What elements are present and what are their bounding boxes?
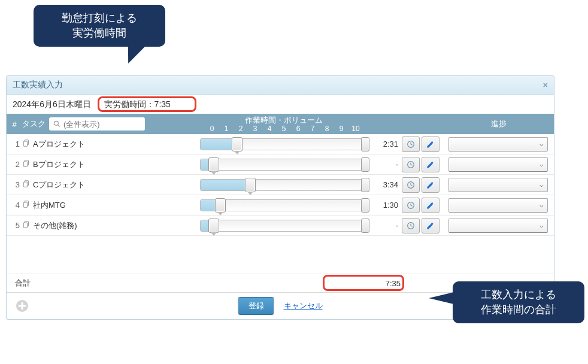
svg-rect-21: [23, 202, 27, 207]
task-row: 4社内MTG1:30⌵: [7, 195, 554, 216]
task-row: 5その他(雑務)-⌵: [7, 216, 554, 236]
progress-select[interactable]: ⌵: [448, 178, 548, 192]
volume-slider[interactable]: [200, 220, 368, 232]
header-task: タスク: [22, 114, 193, 134]
callout-text: 工数入力による 作業時間の合計: [481, 289, 556, 316]
grid-header: # タスク 作業時間・ボリューム 0 1 2 3 4 5 6 7 8 9 10: [7, 114, 554, 134]
copy-icon[interactable]: [22, 159, 31, 169]
clock-button[interactable]: [402, 198, 420, 213]
header-tick-row: 0 1 2 3 4 5 6 7 8 9 10: [205, 125, 363, 133]
tick: 9: [334, 125, 348, 133]
progress-cell: ⌵: [444, 157, 553, 172]
task-name: その他(雑務): [33, 220, 77, 231]
plus-circle-icon: [15, 299, 29, 313]
volume-slider[interactable]: [200, 138, 368, 150]
annotation-callout-right: 工数入力による 作業時間の合計: [453, 281, 584, 323]
task-name: Bプロジェクト: [33, 159, 85, 170]
slider-endcap-icon: [361, 178, 369, 192]
task-cell: Cプロジェクト: [22, 180, 193, 190]
slider-handle-icon[interactable]: [215, 198, 226, 213]
copy-icon[interactable]: [22, 139, 31, 149]
clock-icon: [406, 160, 416, 169]
progress-select[interactable]: ⌵: [448, 157, 548, 172]
clock-icon: [406, 221, 416, 230]
add-row-button[interactable]: [14, 298, 31, 314]
total-value: 7:35: [377, 279, 404, 288]
close-button[interactable]: ×: [543, 80, 548, 90]
svg-line-1: [58, 125, 60, 127]
edit-button[interactable]: [422, 198, 440, 213]
copy-icon[interactable]: [22, 220, 31, 230]
slider-cell: [193, 220, 374, 232]
task-search-input[interactable]: [63, 120, 135, 129]
progress-select[interactable]: ⌵: [448, 219, 548, 233]
header-hash: #: [7, 114, 22, 134]
clock-button[interactable]: [402, 157, 420, 172]
copy-icon[interactable]: [22, 200, 31, 210]
edit-button[interactable]: [422, 177, 440, 193]
volume-slider[interactable]: [200, 199, 368, 211]
row-buttons: [402, 218, 444, 233]
row-time: 1:30: [374, 201, 402, 210]
svg-line-12: [411, 165, 413, 165]
task-row: 1Aプロジェクト2:31⌵: [7, 134, 554, 154]
progress-select[interactable]: ⌵: [448, 198, 548, 213]
row-buttons: [402, 198, 444, 213]
copy-icon[interactable]: [22, 180, 31, 190]
progress-select[interactable]: ⌵: [448, 137, 548, 151]
date-text: 2024年6月6日木曜日: [13, 99, 91, 109]
chevron-down-icon: ⌵: [539, 201, 544, 209]
tick: 1: [219, 125, 234, 133]
slider-handle-icon[interactable]: [208, 219, 219, 233]
slider-endcap-icon: [361, 198, 369, 213]
tick: 2: [234, 125, 248, 133]
pencil-icon: [426, 160, 435, 169]
task-rows: 1Aプロジェクト2:31⌵2Bプロジェクト-⌵3Cプロジェクト3:34⌵4社内M…: [7, 134, 554, 236]
svg-line-6: [411, 144, 413, 145]
tick: 7: [305, 125, 320, 133]
slider-cell: [193, 159, 374, 171]
tick: 5: [277, 125, 291, 133]
row-number: 3: [9, 180, 22, 189]
header-task-label: タスク: [22, 119, 46, 129]
edit-button[interactable]: [422, 157, 440, 172]
progress-cell: ⌵: [444, 198, 553, 213]
tick: 10: [348, 125, 363, 133]
volume-slider[interactable]: [200, 159, 368, 171]
svg-line-18: [411, 185, 413, 186]
row-number: 2: [9, 160, 22, 169]
clock-button[interactable]: [402, 177, 420, 193]
clock-button[interactable]: [402, 136, 420, 152]
cancel-link[interactable]: キャンセル: [284, 301, 323, 311]
header-progress: 進捗: [444, 114, 554, 134]
row-buttons: [402, 136, 444, 152]
footer-center: 登録 キャンセル: [238, 297, 323, 315]
clock-icon: [406, 201, 416, 210]
chevron-down-icon: ⌵: [539, 222, 544, 229]
task-search[interactable]: [49, 117, 145, 131]
task-cell: その他(雑務): [22, 220, 193, 231]
tick: 3: [248, 125, 262, 133]
progress-cell: ⌵: [444, 178, 553, 192]
row-time: -: [374, 160, 402, 169]
svg-line-30: [411, 226, 413, 226]
svg-point-0: [54, 121, 58, 125]
row-time: 3:34: [374, 180, 402, 189]
tick: 4: [262, 125, 277, 133]
pencil-icon: [426, 221, 435, 230]
svg-line-24: [411, 205, 413, 206]
task-name: Aプロジェクト: [33, 139, 85, 150]
slider-handle-icon[interactable]: [208, 157, 219, 172]
submit-button[interactable]: 登録: [238, 297, 274, 315]
slider-endcap-icon: [361, 219, 369, 233]
slider-handle-icon[interactable]: [232, 137, 243, 151]
edit-button[interactable]: [422, 136, 440, 152]
slider-handle-icon[interactable]: [245, 178, 256, 192]
volume-slider[interactable]: [200, 179, 368, 191]
row-buttons: [402, 157, 444, 172]
chevron-down-icon: ⌵: [539, 160, 544, 168]
clock-button[interactable]: [402, 218, 420, 233]
row-time: 2:31: [374, 139, 402, 148]
edit-button[interactable]: [422, 218, 440, 233]
annotation-callout-top: 勤怠打刻による 実労働時間: [34, 5, 165, 47]
